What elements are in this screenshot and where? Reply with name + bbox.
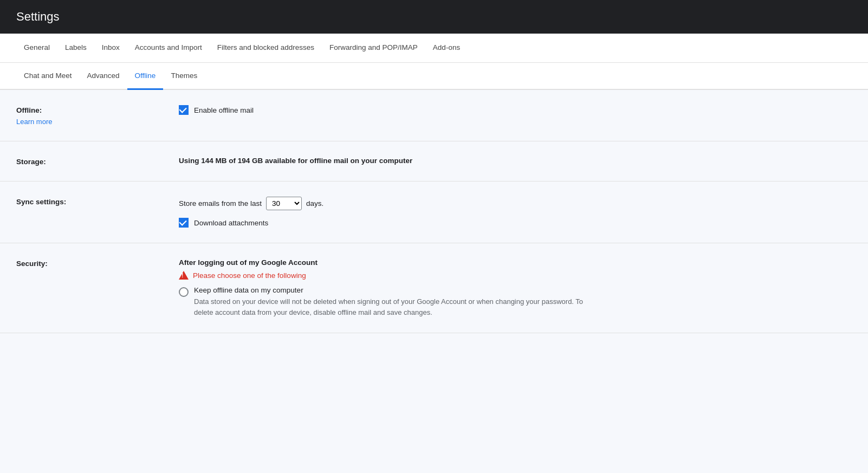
- tab-addons[interactable]: Add-ons: [425, 34, 468, 63]
- storage-content: Using 144 MB of 194 GB available for off…: [179, 157, 852, 165]
- tab-inbox[interactable]: Inbox: [94, 34, 127, 63]
- offline-content: Enable offline mail: [179, 105, 852, 115]
- offline-label: Offline: Learn more: [16, 105, 179, 126]
- radio-keep-data-desc: Data stored on your device will not be d…: [194, 296, 584, 318]
- security-content: After logging out of my Google Account P…: [179, 258, 852, 318]
- learn-more-link[interactable]: Learn more: [16, 118, 179, 126]
- tab-advanced[interactable]: Advanced: [80, 63, 127, 90]
- settings-content: Offline: Learn more Enable offline mail …: [0, 90, 868, 333]
- tab-accounts-import[interactable]: Accounts and Import: [127, 34, 210, 63]
- storage-section: Storage: Using 144 MB of 194 GB availabl…: [0, 141, 868, 182]
- radio-keep-data-input[interactable]: [179, 287, 189, 297]
- page-header: Settings: [0, 0, 868, 34]
- download-attachments-row: Download attachments: [179, 218, 852, 228]
- offline-section: Offline: Learn more Enable offline mail: [0, 90, 868, 141]
- security-section: Security: After logging out of my Google…: [0, 243, 868, 333]
- security-title: After logging out of my Google Account: [179, 258, 852, 267]
- tab-labels[interactable]: Labels: [57, 34, 94, 63]
- security-error-text: Please choose one of the following: [193, 271, 306, 280]
- radio-keep-data-label: Keep offline data on my computer: [194, 286, 584, 294]
- enable-offline-row: Enable offline mail: [179, 105, 852, 115]
- download-attachments-label: Download attachments: [194, 219, 268, 227]
- download-attachments-checkbox[interactable]: [179, 218, 189, 228]
- tab-filters[interactable]: Filters and blocked addresses: [210, 34, 322, 63]
- enable-offline-label: Enable offline mail: [194, 106, 254, 114]
- tabs-row-2: Chat and Meet Advanced Offline Themes: [0, 63, 868, 90]
- sync-label: Sync settings:: [16, 197, 179, 206]
- days-select[interactable]: 7 14 30 60 90: [266, 197, 302, 210]
- radio-keep-data: Keep offline data on my computer Data st…: [179, 286, 852, 318]
- enable-offline-checkbox[interactable]: [179, 105, 189, 115]
- storage-label: Storage:: [16, 157, 179, 166]
- sync-days-row: Store emails from the last 7 14 30 60 90…: [179, 197, 852, 210]
- sync-content: Store emails from the last 7 14 30 60 90…: [179, 197, 852, 228]
- tab-offline[interactable]: Offline: [127, 63, 164, 90]
- security-error-row: Please choose one of the following: [179, 271, 852, 280]
- store-suffix: days.: [306, 199, 323, 208]
- security-label: Security:: [16, 258, 179, 268]
- storage-text: Using 144 MB of 194 GB available for off…: [179, 157, 412, 165]
- warning-icon: [179, 271, 189, 280]
- tab-general[interactable]: General: [16, 34, 57, 63]
- store-prefix: Store emails from the last: [179, 199, 262, 208]
- tab-themes[interactable]: Themes: [163, 63, 205, 90]
- page-title: Settings: [16, 10, 852, 24]
- sync-section: Sync settings: Store emails from the las…: [0, 182, 868, 243]
- tab-chat-meet[interactable]: Chat and Meet: [16, 63, 80, 90]
- tab-forwarding[interactable]: Forwarding and POP/IMAP: [322, 34, 425, 63]
- tabs-row-1: General Labels Inbox Accounts and Import…: [0, 34, 868, 63]
- radio-keep-data-text: Keep offline data on my computer Data st…: [194, 286, 584, 318]
